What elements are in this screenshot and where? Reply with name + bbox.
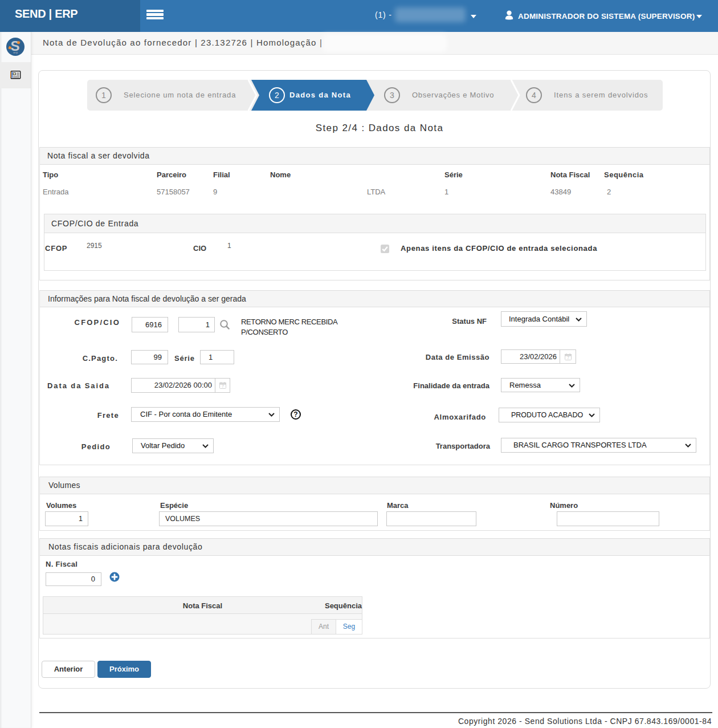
svg-text:Selecione um nota de entrada: Selecione um nota de entrada	[124, 91, 236, 99]
svg-text:1: 1	[101, 91, 106, 100]
svg-text:7: 7	[567, 355, 569, 359]
svg-text:Dados da Nota: Dados da Nota	[289, 91, 351, 99]
svg-text:Observações e Motivo: Observações e Motivo	[412, 91, 494, 99]
svg-text:4: 4	[532, 91, 536, 100]
svg-text:2: 2	[275, 91, 279, 100]
svg-text:Itens a serem devolvidos: Itens a serem devolvidos	[554, 91, 648, 99]
svg-text:3: 3	[390, 91, 394, 100]
svg-text:erp: erp	[13, 51, 18, 54]
